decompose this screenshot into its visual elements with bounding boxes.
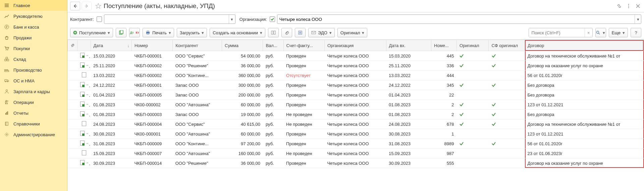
svg-rect-4 [5, 59, 6, 61]
close-icon[interactable] [635, 3, 641, 9]
sidebar-item-4[interactable]: Покупки [0, 43, 67, 54]
svg-rect-25 [271, 31, 273, 34]
col-number[interactable]: Номер [131, 40, 172, 51]
table-row[interactable]: 24.08.2023ЧКБП-000004ООО "Сервис"40 615,… [68, 119, 644, 129]
person-icon [4, 89, 9, 94]
col-date[interactable]: Дата↓ [91, 40, 131, 51]
counterparty-checkbox[interactable] [97, 16, 102, 22]
search-input[interactable] [529, 28, 585, 37]
cart-icon [4, 46, 9, 51]
col-counterparty[interactable]: Контрагент [173, 40, 222, 51]
sidebar-item-8[interactable]: Зарплата и кадры [0, 86, 67, 97]
help-button[interactable]: ? [631, 28, 641, 37]
sidebar-item-10[interactable]: Отчеты [0, 108, 67, 118]
copy-button[interactable] [116, 28, 126, 37]
sidebar-item-2[interactable]: ₽Банк и касса [0, 22, 67, 32]
org-dropdown-icon[interactable]: ▾ [635, 15, 641, 24]
list-button[interactable] [295, 28, 306, 37]
col-date-in[interactable]: Дата вх. [386, 40, 431, 51]
table-row[interactable]: 13.03.2022ЧКБП-000002ООО "Контине...360 … [68, 71, 644, 80]
col-icon[interactable] [77, 40, 91, 51]
table-row[interactable]: →25.11.2020ЧКБП-000002ООО "Решение"36 00… [68, 61, 644, 71]
sidebar-item-7[interactable]: ОС и НМА [0, 75, 67, 86]
col-attach[interactable] [68, 40, 77, 51]
svg-rect-26 [274, 31, 275, 34]
toolbar: Поступление ▾ ДтКт Печать ▾ Загрузить ▾ … [67, 26, 644, 40]
chevron-down-icon: ▾ [169, 30, 171, 35]
print-button[interactable]: Печать ▾ [143, 28, 174, 37]
favorite-star-icon[interactable] [94, 3, 102, 9]
col-sf-original[interactable]: СФ оригинал [489, 40, 525, 51]
sidebar-item-label: Банк и касса [13, 25, 39, 30]
org-input[interactable] [277, 15, 635, 24]
table-row[interactable]: 15.09.2023ЧКБП-000007ООО "Автошина"160 0… [68, 149, 644, 158]
sidebar-item-label: Покупки [13, 46, 30, 51]
filter-bar: Контрагент: ▾ Организация: ▾ [67, 12, 644, 26]
svg-rect-7 [5, 80, 7, 81]
svg-rect-21 [120, 30, 123, 34]
dtkt-button[interactable]: ДтКт [129, 28, 140, 37]
edo-button[interactable]: ЭДО ▾ [308, 28, 335, 37]
sidebar-item-6[interactable]: Производство [0, 65, 67, 75]
sidebar-item-11[interactable]: Справочники [0, 118, 67, 129]
table-row[interactable]: →31.08.2023ЧКБП-000009ООО "Контине...97 … [68, 139, 644, 149]
document-status-icon [82, 150, 86, 155]
sidebar-item-label: Зарплата и кадры [13, 89, 50, 94]
svg-point-3 [7, 50, 8, 50]
counterparty-input[interactable] [104, 15, 229, 24]
table-row[interactable]: →01.08.2023ЧКБП-000003Запас ООО19 000,00… [68, 110, 644, 119]
sidebar-item-3[interactable]: Продажи [0, 32, 67, 43]
nav-forward-button[interactable] [82, 2, 92, 10]
kebab-icon[interactable] [625, 3, 632, 9]
col-num-in[interactable]: Номе... [431, 40, 457, 51]
table-row[interactable]: →24.12.2022ЧКБП-000001Запас ООО300 000,0… [68, 80, 644, 90]
create-button[interactable]: Поступление ▾ [70, 28, 113, 37]
book-icon [4, 121, 9, 126]
grid: Дата↓ Номер Контрагент Сумма Вал... Счет… [67, 40, 644, 168]
document-status-icon: → [80, 63, 89, 68]
svg-rect-24 [147, 33, 149, 34]
table-row[interactable]: →15.03.2020ЧКБП-000001ООО "Сервис"54 000… [68, 51, 644, 61]
sidebar-item-9[interactable]: ДтКтОперации [0, 97, 67, 108]
sidebar-item-label: ОС и НМА [13, 78, 35, 83]
table-container[interactable]: Дата↓ Номер Контрагент Сумма Вал... Счет… [67, 40, 644, 191]
print-button-label: Печать [152, 30, 167, 35]
col-currency[interactable]: Вал... [263, 40, 283, 51]
sidebar-item-5[interactable]: Склад [0, 54, 67, 65]
table-row[interactable]: →01.08.2023ЧК00-000002ООО "Автошина"60 0… [68, 100, 644, 110]
create-on-basis-button[interactable]: Создать на основании ▾ [210, 28, 265, 37]
chevron-down-icon: ▾ [362, 30, 364, 35]
titlebar: Поступление (акты, накладные, УПД) [67, 0, 644, 12]
table-row[interactable]: →30.09.2023ЧКБП-000014ООО "Решение"36 00… [68, 158, 644, 168]
load-button[interactable]: Загрузить ▾ [177, 28, 207, 37]
search-box: × [529, 28, 593, 37]
col-invoice[interactable]: Счет-факту... [283, 40, 324, 51]
sidebar-item-12[interactable]: Администрирование [0, 129, 67, 140]
col-original[interactable]: Оригинал [457, 40, 488, 51]
attach-button[interactable] [281, 28, 292, 37]
sidebar-item-label: Руководителю [13, 14, 43, 19]
registry-button[interactable] [268, 28, 279, 37]
svg-point-18 [628, 7, 629, 8]
svg-point-9 [7, 81, 8, 82]
table-row[interactable]: →30.08.2023ЧК00-000001ООО "Автошина"60 0… [68, 129, 644, 139]
table-row[interactable]: →01.04.2023ЧКБП-000005Запас ООО200 000,0… [68, 90, 644, 100]
original-button[interactable]: Оригинал ▾ [337, 28, 368, 37]
col-sum[interactable]: Сумма [222, 40, 263, 51]
report-icon [4, 110, 9, 116]
sidebar-item-0[interactable]: Главное [0, 0, 67, 11]
nav-back-button[interactable] [70, 2, 80, 10]
link-icon[interactable] [616, 3, 623, 9]
more-button[interactable]: Еще ▾ [609, 28, 628, 37]
create-on-basis-label: Создать на основании [213, 30, 258, 35]
search-clear-icon[interactable]: × [585, 28, 592, 37]
org-checkbox[interactable] [270, 16, 275, 22]
advanced-search-button[interactable]: ▾ [595, 28, 606, 37]
document-status-icon: → [80, 102, 89, 107]
col-org[interactable]: Организация [324, 40, 386, 51]
chevron-down-icon: ▾ [260, 30, 262, 35]
sidebar-item-1[interactable]: Руководителю [0, 11, 67, 22]
main: Поступление (акты, накладные, УПД) Контр… [67, 0, 644, 191]
counterparty-dropdown-icon[interactable]: ▾ [229, 15, 235, 24]
col-contract[interactable]: Договор [525, 40, 644, 51]
